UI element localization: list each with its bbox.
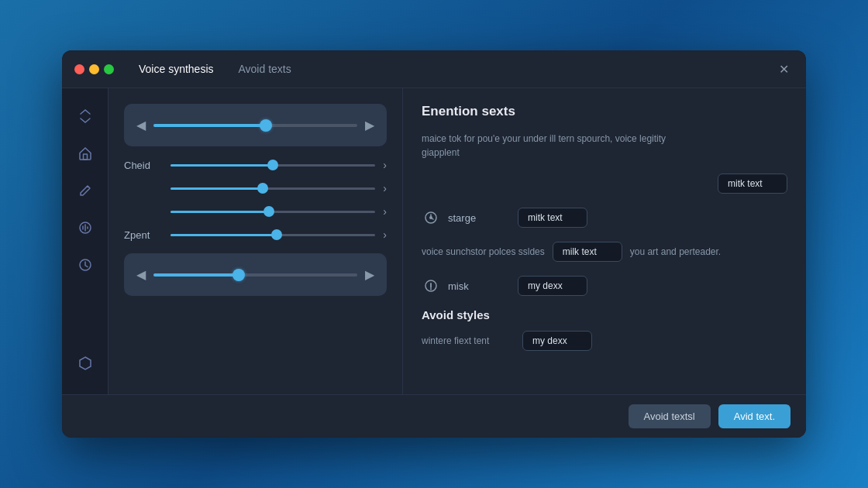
zpent-slider-row: Zpent › [124,229,387,241]
cancel-button[interactable]: Avoid textsl [629,404,711,428]
slider3-thumb[interactable] [264,206,274,217]
voice-input[interactable] [553,242,622,262]
slider2-chevron[interactable]: › [383,182,387,194]
minimize-traffic-light[interactable] [89,64,99,74]
sidebar-icon-clock[interactable] [70,249,101,280]
misk-input[interactable] [518,276,587,296]
zpent-label: Zpent [124,229,163,241]
slider3-fill [170,211,269,213]
misk-icon [422,277,440,295]
close-traffic-light[interactable] [74,64,84,74]
wintere-label: wintere fiext tent [422,335,515,346]
cheid-slider-track[interactable] [170,164,375,167]
option-row-misk: misk [422,276,787,296]
top-slider-right-arrow[interactable]: ▶ [365,118,374,132]
sidebar [62,88,108,394]
top-slider-thumb[interactable] [260,119,272,132]
option-row-first [422,174,787,194]
maximize-traffic-light[interactable] [104,64,114,74]
confirm-button[interactable]: Avid text. [718,404,790,428]
cheid-slider-fill [170,164,273,167]
right-section-title: Enention sexts [422,104,787,119]
window-close-button[interactable]: ✕ [774,60,794,78]
title-bar: Voice synthesis Avoid texts ✕ [62,50,806,88]
avoid-styles-title: Avoid styles [422,308,787,321]
zpent-chevron[interactable]: › [383,229,387,241]
voice-text-after: you art and perteader. [630,246,721,257]
svg-point-5 [429,216,432,219]
sliders-group: Cheid › › [124,159,387,241]
top-slider-container: ◀ ▶ [124,104,387,146]
voice-label: voice sunchstor polces ssldes [422,246,545,257]
cheid-label: Cheid [124,160,163,171]
starge-icon [422,208,440,227]
bottom-bar: Avoid textsl Avid text. [62,394,806,438]
cheid-chevron[interactable]: › [383,159,387,171]
option-row-starge: starge [422,208,787,228]
top-slider-track[interactable] [153,124,357,127]
right-description: maice tok for pou'e your under ill tern … [422,132,670,160]
slider3-track[interactable] [170,211,375,213]
zpent-slider-thumb[interactable] [271,229,282,240]
bottom-slider-container: ◀ ▶ [124,253,387,296]
zpent-slider-track[interactable] [170,234,375,236]
bottom-slider-track[interactable] [153,273,357,277]
avoid-row-wintere: wintere fiext tent [422,331,787,351]
slider2-thumb[interactable] [257,183,268,194]
wintere-input[interactable] [522,331,592,351]
top-slider-fill [153,124,266,127]
right-panel: Enention sexts maice tok for pou'e your … [403,88,806,394]
starge-input[interactable] [518,208,587,228]
top-slider-left-arrow[interactable]: ◀ [136,118,146,132]
svg-marker-3 [80,357,91,369]
slider2-fill [170,187,263,190]
starge-label: starge [448,212,510,224]
left-panel: ◀ ▶ Cheid › [108,88,403,394]
sidebar-icon-audio[interactable] [70,212,101,243]
zpent-slider-fill [170,234,277,236]
tab-avoid-texts[interactable]: Avoid texts [226,60,304,78]
option-row-voice: voice sunchstor polces ssldes you art an… [422,242,787,262]
main-content: ◀ ▶ Cheid › [62,88,806,394]
bottom-slider-fill [153,273,239,277]
sidebar-icon-home[interactable] [70,138,101,169]
svg-rect-0 [83,154,87,160]
bottom-slider-left-arrow[interactable]: ◀ [136,267,146,282]
slider2-track[interactable] [170,187,375,190]
sidebar-icon-export[interactable] [70,101,101,132]
misk-label: misk [448,280,510,292]
tab-voice-synthesis[interactable]: Voice synthesis [126,60,226,78]
traffic-lights [74,64,114,74]
slider2-row: › [124,182,387,194]
bottom-slider-thumb[interactable] [232,269,245,281]
sidebar-icon-shape[interactable] [70,348,101,379]
main-window: Voice synthesis Avoid texts ✕ [62,50,806,438]
tab-bar: Voice synthesis Avoid texts [126,60,774,78]
cheid-slider-row: Cheid › [124,159,387,171]
sidebar-icon-edit[interactable] [70,175,101,206]
slider3-chevron[interactable]: › [383,205,387,218]
bottom-slider-right-arrow[interactable]: ▶ [365,267,374,282]
cheid-slider-thumb[interactable] [267,160,278,170]
slider3-row: › [124,205,387,218]
first-option-input[interactable] [718,174,787,194]
